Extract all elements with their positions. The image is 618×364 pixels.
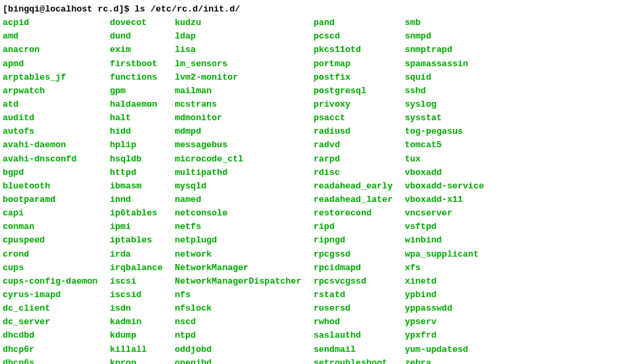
file-entry: tux xyxy=(405,153,484,166)
file-entry: hplip xyxy=(110,138,162,152)
file-entry: spamassassin xyxy=(405,57,484,71)
output-column-2: dovecotdundeximfirstbootfunctionsgpmhald… xyxy=(110,16,174,364)
file-entry: lm_sensors xyxy=(174,57,301,71)
shell-prompt: [bingqi@localhost rc.d]$ xyxy=(3,4,135,14)
file-entry: cpuspeed xyxy=(3,234,97,247)
file-entry: kudzu xyxy=(174,16,301,30)
file-entry: zebra xyxy=(405,357,484,364)
file-entry: nscd xyxy=(174,315,301,329)
file-entry: haldaemon xyxy=(110,98,162,111)
file-entry: postfix xyxy=(314,71,393,84)
file-entry: pkcs11otd xyxy=(314,43,393,57)
file-entry: rarpd xyxy=(314,153,393,166)
file-entry: halt xyxy=(110,111,162,125)
file-entry: vboxadd-service xyxy=(405,180,484,193)
file-entry: messagebus xyxy=(174,138,301,152)
file-entry: mailman xyxy=(174,84,301,98)
file-entry: named xyxy=(174,193,301,207)
file-entry: kadmin xyxy=(110,315,162,329)
file-entry: tog-pegasus xyxy=(405,125,484,138)
file-entry: avahi-daemon xyxy=(3,138,97,152)
file-entry: dc_server xyxy=(3,315,97,329)
file-entry: irda xyxy=(110,248,162,261)
file-entry: hidd xyxy=(110,125,162,138)
file-entry: auditd xyxy=(3,111,97,125)
file-entry: isdn xyxy=(110,302,162,315)
file-entry: network xyxy=(174,248,301,261)
file-entry: rdisc xyxy=(314,166,393,180)
file-entry: acpid xyxy=(3,16,97,30)
file-entry: crond xyxy=(3,248,97,261)
file-entry: avahi-dnsconfd xyxy=(3,153,97,166)
file-entry: multipathd xyxy=(174,166,301,180)
file-entry: exim xyxy=(110,43,162,57)
file-entry: iscsid xyxy=(110,288,162,302)
file-entry: ip6tables xyxy=(110,207,162,220)
file-entry: xfs xyxy=(405,261,484,275)
file-entry: yum-updatesd xyxy=(405,343,484,357)
file-entry: pand xyxy=(314,16,393,30)
file-entry: NetworkManager xyxy=(174,261,301,275)
file-entry: ripd xyxy=(314,220,393,234)
file-entry: lvm2-monitor xyxy=(174,71,301,84)
file-entry: oddjobd xyxy=(174,343,301,357)
file-entry: syslog xyxy=(405,98,484,111)
file-entry: yppasswdd xyxy=(405,302,484,315)
file-entry: microcode_ctl xyxy=(174,153,301,166)
file-entry: dovecot xyxy=(110,16,162,30)
file-entry: killall xyxy=(110,343,162,357)
file-entry: sendmail xyxy=(314,343,393,357)
file-entry: readahead_early xyxy=(314,180,393,193)
file-entry: ypbind xyxy=(405,288,484,302)
file-entry: conman xyxy=(3,220,97,234)
file-entry: snmptrapd xyxy=(405,43,484,57)
file-entry: squid xyxy=(405,71,484,84)
file-entry: rstatd xyxy=(314,288,393,302)
file-entry: vboxadd xyxy=(405,166,484,180)
file-entry: nfslock xyxy=(174,302,301,315)
file-entry: nfs xyxy=(174,288,301,302)
file-entry: dhcdbd xyxy=(3,329,97,342)
file-entry: netplugd xyxy=(174,234,301,247)
file-entry: netconsole xyxy=(174,207,301,220)
file-entry: gpm xyxy=(110,84,162,98)
file-entry: cups-config-daemon xyxy=(3,275,97,288)
file-entry: NetworkManagerDispatcher xyxy=(174,275,301,288)
output-column-3: kudzuldaplisalm_sensorslvm2-monitormailm… xyxy=(174,16,313,364)
file-entry: cups xyxy=(3,261,97,275)
file-entry: vncserver xyxy=(405,207,484,220)
file-entry: winbind xyxy=(405,234,484,247)
file-entry: irqbalance xyxy=(110,261,162,275)
file-entry: innd xyxy=(110,193,162,207)
file-entry: pcscd xyxy=(314,30,393,43)
file-entry: amd xyxy=(3,30,97,43)
file-entry: iscsi xyxy=(110,275,162,288)
file-entry: functions xyxy=(110,71,162,84)
file-entry: psacct xyxy=(314,111,393,125)
file-entry: ypserv xyxy=(405,315,484,329)
file-entry: autofs xyxy=(3,125,97,138)
file-entry: apmd xyxy=(3,57,97,71)
file-entry: kprop xyxy=(110,357,162,364)
file-entry: vsftpd xyxy=(405,220,484,234)
file-entry: atd xyxy=(3,98,97,111)
file-entry: openibd xyxy=(174,357,301,364)
file-entry: sysstat xyxy=(405,111,484,125)
file-entry: iptables xyxy=(110,234,162,247)
file-entry: cyrus-imapd xyxy=(3,288,97,302)
file-entry: dhcp6s xyxy=(3,357,97,364)
file-entry: mdmonitor xyxy=(174,111,301,125)
file-entry: postgresql xyxy=(314,84,393,98)
output-column-4: pandpcscdpkcs11otdportmappostfixpostgres… xyxy=(314,16,405,364)
file-entry: bluetooth xyxy=(3,180,97,193)
file-entry: privoxy xyxy=(314,98,393,111)
file-entry: capi xyxy=(3,207,97,220)
file-entry: snmpd xyxy=(405,30,484,43)
file-entry: lisa xyxy=(174,43,301,57)
file-entry: setroubleshoot xyxy=(314,357,393,364)
file-entry: ldap xyxy=(174,30,301,43)
file-entry: wpa_supplicant xyxy=(405,248,484,261)
file-entry: mdmpd xyxy=(174,125,301,138)
file-entry: dc_client xyxy=(3,302,97,315)
file-entry: dhcp6r xyxy=(3,343,97,357)
